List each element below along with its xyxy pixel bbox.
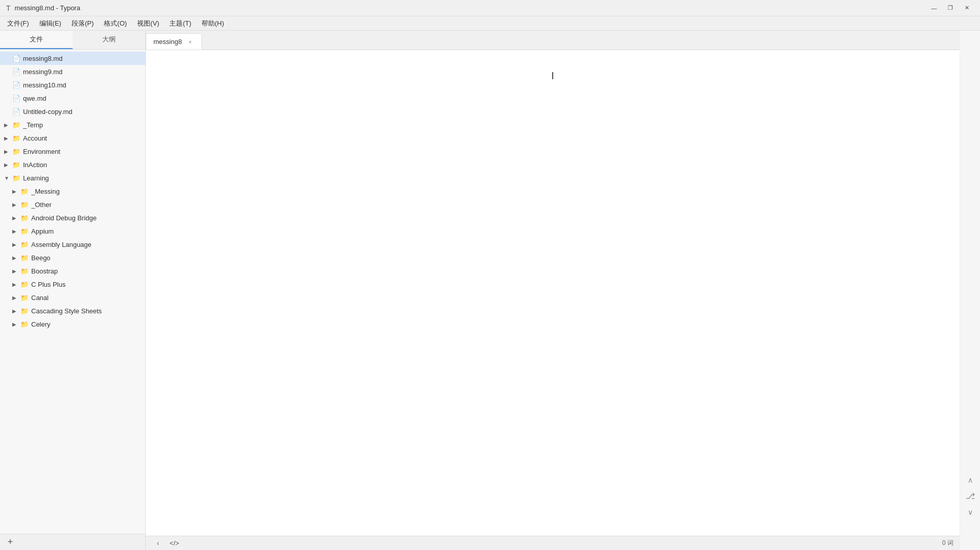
sidebar-bottom: + <box>0 534 145 550</box>
menu-theme[interactable]: 主题(T) <box>164 17 196 30</box>
folder-label-inaction: InAction <box>23 161 141 169</box>
menu-paragraph[interactable]: 段落(P) <box>66 17 99 30</box>
arrow-collapsed: ▶ <box>12 215 20 221</box>
app-icon: T <box>6 4 11 12</box>
folder-icon: 📁 <box>20 227 29 235</box>
folder-icon: 📁 <box>12 121 20 129</box>
folder-icon: 📁 <box>12 174 20 182</box>
folder-icon: 📁 <box>20 307 29 315</box>
tree-item-beego[interactable]: ▶ 📁 Beego <box>0 251 145 264</box>
scroll-down-button[interactable]: ∨ <box>963 505 977 519</box>
menu-format[interactable]: 格式(O) <box>99 17 132 30</box>
tab-bar: messing8 × <box>146 31 960 50</box>
folder-label-learning: Learning <box>23 174 141 182</box>
tree-item-assembly-language[interactable]: ▶ 📁 Assembly Language <box>0 238 145 251</box>
editor-tab-messing8[interactable]: messing8 × <box>146 33 202 50</box>
tree-item-cascading-style-sheets[interactable]: ▶ 📁 Cascading Style Sheets <box>0 304 145 317</box>
tree-item-account[interactable]: ▶ 📁 Account <box>0 131 145 145</box>
tree-item-appium[interactable]: ▶ 📁 Appium <box>0 224 145 238</box>
editor-content[interactable]: I <box>146 50 960 536</box>
arrow-collapsed: ▶ <box>4 162 12 168</box>
folder-icon: 📁 <box>20 254 29 262</box>
folder-icon: 📁 <box>12 148 20 155</box>
file-label-messing8: messing8.md <box>23 55 141 62</box>
folder-icon: 📁 <box>20 241 29 248</box>
folder-label-temp: _Temp <box>23 121 141 129</box>
file-label-untitled-copy: Untitled-copy.md <box>23 108 141 116</box>
arrow-collapsed: ▶ <box>12 242 20 247</box>
bottom-bar: ‹ </> 0 词 <box>146 536 960 550</box>
tree-item-messing9[interactable]: 📄 messing9.md <box>0 65 145 78</box>
add-file-button[interactable]: + <box>4 536 16 548</box>
tree-item-messing8[interactable]: 📄 messing8.md <box>0 52 145 65</box>
file-label-messing9: messing9.md <box>23 68 141 76</box>
folder-label-c-plus-plus: C Plus Plus <box>31 281 141 288</box>
maximize-button[interactable]: ❐ <box>943 2 957 14</box>
folder-icon: 📁 <box>20 320 29 328</box>
tree-item-celery[interactable]: ▶ 📁 Celery <box>0 317 145 331</box>
file-label-messing10: messing10.md <box>23 81 141 89</box>
menu-file[interactable]: 文件(F) <box>2 17 34 30</box>
title-bar: T messing8.md - Typora — ❐ ✕ <box>0 0 980 16</box>
arrow-collapsed: ▶ <box>12 295 20 301</box>
arrow-collapsed: ▶ <box>12 189 20 194</box>
right-panel: ∧ ⎇ ∨ <box>960 31 980 550</box>
tree-item-android-debug-bridge[interactable]: ▶ 📁 Android Debug Bridge <box>0 211 145 224</box>
file-icon: 📄 <box>12 108 20 116</box>
bottom-bar-left: ‹ </> <box>152 538 181 549</box>
file-label-qwe: qwe.md <box>23 95 141 102</box>
menu-help[interactable]: 帮助(H) <box>196 17 229 30</box>
tree-item-untitled-copy[interactable]: 📄 Untitled-copy.md <box>0 105 145 118</box>
tab-close-button[interactable]: × <box>186 38 194 46</box>
tree-item-messing10[interactable]: 📄 messing10.md <box>0 78 145 91</box>
nav-code-button[interactable]: </> <box>168 538 181 549</box>
arrow-collapsed: ▶ <box>4 149 12 154</box>
tree-item-messing-sub[interactable]: ▶ 📁 _Messing <box>0 185 145 198</box>
file-icon: 📄 <box>12 55 20 62</box>
folder-label-account: Account <box>23 134 141 142</box>
tree-item-environment[interactable]: ▶ 📁 Environment <box>0 145 145 158</box>
tab-outline[interactable]: 大纲 <box>73 31 145 49</box>
arrow-collapsed: ▶ <box>12 282 20 287</box>
arrow-collapsed: ▶ <box>12 322 20 327</box>
folder-label-beego: Beego <box>31 254 141 262</box>
tree-item-temp[interactable]: ▶ 📁 _Temp <box>0 118 145 131</box>
folder-icon: 📁 <box>20 267 29 275</box>
folder-icon: 📁 <box>12 134 20 142</box>
file-tree: 📄 messing8.md 📄 messing9.md 📄 messing10.… <box>0 50 145 534</box>
folder-label-canal: Canal <box>31 294 141 302</box>
folder-icon: 📁 <box>20 281 29 288</box>
tree-item-qwe[interactable]: 📄 qwe.md <box>0 91 145 105</box>
window-title: messing8.md - Typora <box>15 4 80 12</box>
nav-back-button[interactable]: ‹ <box>152 538 164 549</box>
arrow-collapsed: ▶ <box>4 135 12 141</box>
folder-label-other-sub: _Other <box>31 201 141 209</box>
tab-files[interactable]: 文件 <box>0 31 73 49</box>
folder-icon: 📁 <box>20 188 29 195</box>
version-icon: ⎇ <box>966 491 975 501</box>
arrow-collapsed: ▶ <box>12 255 20 261</box>
editor-area: messing8 × I ‹ </> 0 词 <box>146 31 960 550</box>
tree-item-learning[interactable]: ▼ 📁 Learning <box>0 171 145 185</box>
arrow-collapsed: ▶ <box>4 122 12 128</box>
tab-label: messing8 <box>153 38 182 45</box>
folder-label-assembly-language: Assembly Language <box>31 241 141 248</box>
menu-bar: 文件(F) 编辑(E) 段落(P) 格式(O) 视图(V) 主题(T) 帮助(H… <box>0 16 980 31</box>
menu-view[interactable]: 视图(V) <box>132 17 164 30</box>
tree-item-other-sub[interactable]: ▶ 📁 _Other <box>0 198 145 211</box>
word-count: 0 词 <box>942 539 953 547</box>
folder-label-appium: Appium <box>31 227 141 235</box>
scroll-up-button[interactable]: ∧ <box>963 473 977 487</box>
close-button[interactable]: ✕ <box>960 2 974 14</box>
tree-item-bootstrap[interactable]: ▶ 📁 Boostrap <box>0 264 145 278</box>
folder-label-environment: Environment <box>23 148 141 155</box>
folder-icon: 📁 <box>12 161 20 169</box>
menu-edit[interactable]: 编辑(E) <box>34 17 66 30</box>
tree-item-inaction[interactable]: ▶ 📁 InAction <box>0 158 145 171</box>
folder-label-cascading-style-sheets: Cascading Style Sheets <box>31 307 141 315</box>
minimize-button[interactable]: — <box>927 2 941 14</box>
folder-icon: 📁 <box>20 214 29 222</box>
tree-item-canal[interactable]: ▶ 📁 Canal <box>0 291 145 304</box>
arrow-collapsed: ▶ <box>12 268 20 274</box>
tree-item-c-plus-plus[interactable]: ▶ 📁 C Plus Plus <box>0 278 145 291</box>
